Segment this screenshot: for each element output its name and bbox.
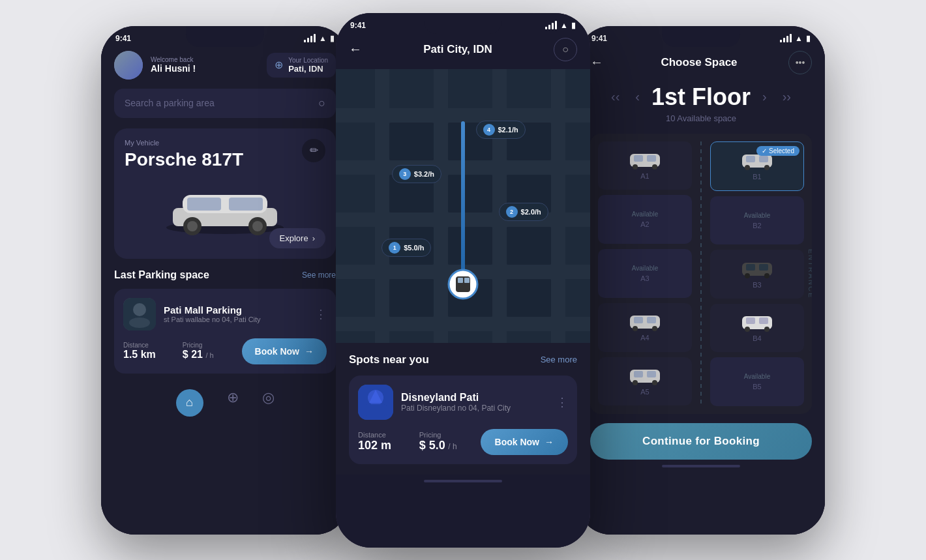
svg-rect-34 <box>461 121 465 271</box>
map-pin-3[interactable]: 3 $3.2/h <box>392 165 441 183</box>
svg-rect-22 <box>389 123 434 160</box>
parking-spot-A2[interactable]: Available A2 <box>598 195 692 244</box>
avatar-image <box>114 51 143 80</box>
spot-pricing: Pricing $ 5.0 / h <box>419 431 481 452</box>
spot-label-A2: A2 <box>640 220 649 228</box>
search-bar[interactable]: Search a parking area ○ <box>114 89 336 118</box>
svg-point-6 <box>187 221 198 231</box>
car-B4 <box>741 314 773 332</box>
pin-number-3: 3 <box>399 168 411 180</box>
car-svg <box>160 182 290 237</box>
floor-prev-button-2[interactable]: ‹ <box>631 87 644 107</box>
floor-next-button-2[interactable]: ›› <box>779 87 795 107</box>
parking-spot-B1[interactable]: B1 ✓ Selected <box>710 141 804 191</box>
spot-label-A1: A1 <box>640 172 649 180</box>
parking-spot-B2[interactable]: Available B2 <box>710 196 804 244</box>
parking-spot-A3[interactable]: Available A3 <box>598 249 692 298</box>
pin-price-1: $5.0/h <box>404 244 424 252</box>
parking-spot-B5[interactable]: Available B5 <box>710 357 804 405</box>
location-widget[interactable]: ⊕ Your Location Pati, IDN <box>267 53 336 78</box>
signal-icon <box>304 34 316 42</box>
parking-more-button[interactable]: ⋮ <box>315 307 327 321</box>
map-pin-1[interactable]: 1 $5.0/h <box>381 239 431 257</box>
map-svg <box>336 69 590 343</box>
divider-line <box>700 141 702 406</box>
svg-rect-29 <box>448 227 492 265</box>
last-parking-title: Last Parking space <box>114 269 209 281</box>
search-icon[interactable]: ○ <box>318 96 325 110</box>
spot-more-button[interactable]: ⋮ <box>556 395 568 409</box>
nav-settings-button[interactable]: ◎ <box>262 389 275 417</box>
spots-see-more[interactable]: See more <box>541 355 577 364</box>
time-1: 9:41 <box>115 34 131 43</box>
pin-number-1: 1 <box>389 242 400 254</box>
check-icon: ✓ <box>762 147 767 155</box>
pin-price-2: $2.0/h <box>521 208 541 216</box>
floor-next-button[interactable]: › <box>758 87 771 107</box>
map-pin-4[interactable]: 4 $2.1/h <box>476 121 526 139</box>
vehicle-label: My Vehicle <box>125 139 325 147</box>
svg-rect-69 <box>746 317 755 324</box>
pricing-value-2: $ 5.0 <box>419 439 445 452</box>
p3-title: Choose Space <box>610 56 788 69</box>
svg-rect-60 <box>759 156 768 162</box>
back-button-2[interactable]: ← <box>349 42 362 57</box>
spot-status-B5: Available <box>744 373 770 380</box>
distance-label: Distance <box>123 342 183 349</box>
edit-vehicle-button[interactable]: ✏ <box>302 139 325 162</box>
svg-rect-21 <box>551 69 565 343</box>
explore-button[interactable]: Explore › <box>269 228 325 248</box>
parking-spot-A5[interactable]: A5 <box>598 357 692 406</box>
parking-spot-A1[interactable]: A1 <box>598 141 692 190</box>
notch-1 <box>186 26 264 47</box>
parking-spot-B3[interactable]: B3 <box>710 250 804 298</box>
nav-location-button[interactable]: ⊕ <box>227 389 239 417</box>
spots-title: Spots near you <box>349 353 429 366</box>
map-pin-2[interactable]: 2 $2.0/h <box>499 203 548 221</box>
svg-rect-37 <box>458 278 463 283</box>
floor-prev-button[interactable]: ‹‹ <box>607 87 623 107</box>
car-A1 <box>629 151 661 169</box>
spot-label-B4: B4 <box>753 334 761 342</box>
left-parking-column: A1 Available A2 Available A3 <box>598 141 692 406</box>
parking-spot-A4[interactable]: A4 <box>598 303 692 352</box>
book-now-button-2[interactable]: Book Now → <box>481 429 568 455</box>
parking-spot-B4[interactable]: B4 <box>710 304 804 352</box>
book-arrow-icon: → <box>305 346 314 357</box>
car-B3 <box>741 260 773 278</box>
search-button-2[interactable]: ○ <box>554 38 577 61</box>
svg-point-66 <box>745 273 750 278</box>
bottom-nav: ⌂ ⊕ ◎ <box>114 380 336 422</box>
spot-image <box>358 385 393 420</box>
battery-icon: ▮ <box>330 34 335 43</box>
book-now-button[interactable]: Book Now → <box>242 338 327 364</box>
pricing-unit-2: / h <box>448 442 456 451</box>
spot-label-B5: B5 <box>753 383 761 391</box>
nav-home-button[interactable]: ⌂ <box>176 389 203 417</box>
more-options-button[interactable]: ••• <box>788 51 812 74</box>
continue-booking-button[interactable]: Continue for Booking <box>590 423 812 460</box>
user-name: Ali Husni ! <box>151 63 259 74</box>
svg-rect-49 <box>634 317 643 323</box>
avatar <box>114 51 143 80</box>
svg-rect-44 <box>634 155 643 162</box>
svg-point-71 <box>745 327 750 332</box>
svg-rect-3 <box>187 198 221 211</box>
book-arrow-icon-2: → <box>545 437 554 447</box>
status-icons-3: ▲ ▮ <box>780 34 811 43</box>
svg-rect-30 <box>507 227 551 265</box>
bottom-handle-2 <box>424 480 502 482</box>
battery-icon-2: ▮ <box>571 21 576 30</box>
svg-point-62 <box>764 165 769 170</box>
distance-value: 1.5 km <box>123 349 156 360</box>
back-button-3[interactable]: ← <box>590 55 603 70</box>
wifi-icon-3: ▲ <box>795 34 803 43</box>
parking-divider <box>697 141 705 406</box>
svg-point-46 <box>633 164 638 169</box>
parking-slots-grid: A1 Available A2 Available A3 <box>598 141 804 406</box>
phone-3: 9:41 ▲ ▮ ← Choose Space ••• ‹ <box>577 26 825 535</box>
see-more-button[interactable]: See more <box>302 271 336 280</box>
map-view[interactable]: 1 $5.0/h 2 $2.0/h 3 $3.2/h 4 $2.1/h <box>336 69 590 343</box>
distance-label-2: Distance <box>358 431 419 439</box>
spot-info: Disneyland Pati Pati Disneyland no 04, P… <box>401 392 548 413</box>
